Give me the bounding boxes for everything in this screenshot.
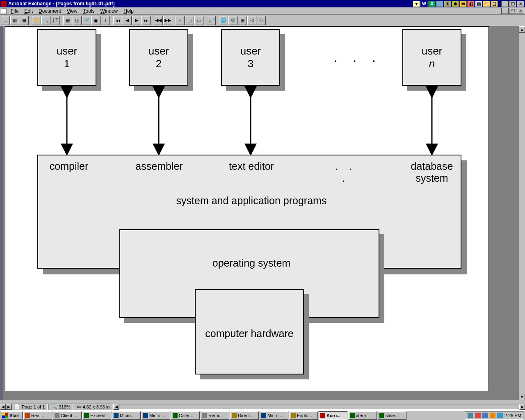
tray-word-icon[interactable]: W xyxy=(420,1,428,7)
status-page[interactable]: 📄 Page 1 of 1 xyxy=(11,404,48,410)
search-index-button[interactable]: ⚙ xyxy=(228,16,237,25)
hand-tool-button[interactable]: ✋ xyxy=(32,16,41,25)
tray-desktop-icon[interactable] xyxy=(436,1,443,7)
thumbnails-view-button[interactable]: ▦ xyxy=(20,16,29,25)
title-tray: ▾ W X ✳ ✱ ✉ ◧ ▤ 📂 ❏ _ ❐ ✕ xyxy=(413,1,525,7)
last-page-button[interactable]: ⏭ xyxy=(142,16,151,25)
taskbar-item[interactable]: Exceed xyxy=(82,411,111,420)
forward-button[interactable]: ▶▶ xyxy=(163,16,172,25)
tray-display-icon[interactable] xyxy=(482,413,488,418)
taskbar-item-icon xyxy=(261,413,266,418)
status-dims-text: 4.82 x 3.96 in xyxy=(82,404,110,409)
find-button[interactable]: 🔎 xyxy=(207,16,216,25)
tray-mail-icon[interactable]: ✉ xyxy=(459,1,467,7)
menu-window[interactable]: Window xyxy=(98,8,121,14)
toolbar: ▭ ▥ ▦ ✋ 🔍 ┇T ▤ ◫ 🔗 ▣ T ⏮ ◀ ▶ ⏭ ◀◀ ▶▶ ▫ ▢… xyxy=(0,15,525,26)
back-button[interactable]: ◀◀ xyxy=(154,16,163,25)
web-browser-button[interactable]: 🌐 xyxy=(219,16,228,25)
start-button[interactable]: Start xyxy=(1,411,23,420)
doc-icon xyxy=(1,8,7,14)
horizontal-scrollbar[interactable] xyxy=(119,404,519,410)
prev-page-button[interactable]: ◀ xyxy=(123,16,132,25)
tray-app2-icon[interactable]: ✱ xyxy=(452,1,459,7)
search-prev-button[interactable]: ◁ xyxy=(247,16,256,25)
taskbar-item[interactable]: Acro... xyxy=(319,411,347,420)
status-prev-split-button[interactable]: ◀ xyxy=(0,404,6,410)
status-zoom[interactable]: 🔍 316% xyxy=(48,404,73,410)
scroll-down-button[interactable]: ▼ xyxy=(519,394,525,400)
tray-app1-icon[interactable]: ✳ xyxy=(444,1,451,7)
zoom-tool-button[interactable]: 🔍 xyxy=(41,16,50,25)
menu-file[interactable]: File xyxy=(8,8,21,14)
status-bar: ◀ ▶ 📄 Page 1 of 1 🔍 316% ▭ 4.82 x 3.96 i… xyxy=(0,403,525,410)
fit-page-button[interactable]: ▢ xyxy=(185,16,194,25)
taskbar-item-icon xyxy=(114,413,119,418)
taskbar-item-icon xyxy=(173,413,178,418)
menu-tools[interactable]: Tools xyxy=(80,8,98,14)
taskbar-item-label: Micro... xyxy=(267,413,282,418)
first-page-button[interactable]: ⏮ xyxy=(113,16,122,25)
status-dimensions[interactable]: ▭ 4.82 x 3.96 in xyxy=(74,404,112,410)
taskbar-item[interactable]: Real... xyxy=(23,411,52,420)
hscroll-left-button[interactable]: ◀ xyxy=(113,404,119,410)
program-label-compiler: compiler xyxy=(46,160,91,172)
menu-view[interactable]: View xyxy=(64,8,80,14)
tray-app3-icon[interactable]: ◧ xyxy=(467,1,475,7)
form-tool-button[interactable]: ▣ xyxy=(91,16,100,25)
taskbar: Start Real...Client ...ExceedMicro...Mic… xyxy=(0,410,525,420)
taskbar-item[interactable]: slide.... xyxy=(378,411,406,420)
taskbar-item-icon xyxy=(143,413,148,418)
tray-folder-icon[interactable]: 📂 xyxy=(483,1,490,7)
page-only-view-button[interactable]: ▭ xyxy=(1,16,10,25)
tray-volume-icon[interactable] xyxy=(490,413,495,418)
next-page-button[interactable]: ▶ xyxy=(132,16,141,25)
taskbar-item-label: Micro... xyxy=(120,413,135,418)
doc-restore-button[interactable]: ❐ xyxy=(509,1,516,7)
window-restore-button[interactable]: ❐ xyxy=(509,8,516,14)
taskbar-item[interactable]: Direct... xyxy=(230,411,259,420)
taskbar-item-icon xyxy=(84,413,89,418)
taskbar-item[interactable]: xterm xyxy=(348,411,377,420)
search-results-button[interactable]: ▤ xyxy=(238,16,247,25)
window-close-button[interactable]: ✕ xyxy=(517,8,524,14)
tray-antivirus-icon[interactable] xyxy=(475,413,481,418)
page-icon: 📄 xyxy=(14,404,20,409)
taskbar-item[interactable]: Micro... xyxy=(142,411,170,420)
taskbar-item-label: Acro... xyxy=(326,413,340,418)
window-minimize-button[interactable]: _ xyxy=(501,8,509,14)
taskbar-item[interactable]: Micro... xyxy=(112,411,141,420)
hscroll-right-button[interactable]: ▶ xyxy=(519,404,525,410)
taskbar-item[interactable]: Remi... xyxy=(201,411,229,420)
doc-close-button[interactable]: ✕ xyxy=(517,1,524,7)
tray-app4-icon[interactable]: ▤ xyxy=(475,1,482,7)
article-tool-button[interactable]: ▤ xyxy=(63,16,72,25)
menu-document[interactable]: Document xyxy=(36,8,64,14)
menu-help[interactable]: Help xyxy=(121,8,137,14)
search-next-button[interactable]: ▷ xyxy=(257,16,266,25)
doc-minimize-button[interactable]: _ xyxy=(501,1,509,7)
page-viewport[interactable]: user 1 user 2 user 3 . . . user n xyxy=(3,26,518,400)
status-next-split-button[interactable]: ▶ xyxy=(6,404,11,410)
link-tool-button[interactable]: 🔗 xyxy=(82,16,91,25)
tray-network-icon[interactable] xyxy=(468,413,473,418)
vertical-scrollbar[interactable]: ▲ ▼ xyxy=(518,26,525,400)
taskbar-item[interactable]: Explo... xyxy=(289,411,318,420)
taskbar-item[interactable]: Micro... xyxy=(260,411,288,420)
status-page-text: Page 1 of 1 xyxy=(22,404,45,409)
system-tray: 2:26 PM xyxy=(465,411,524,420)
clock[interactable]: 2:26 PM xyxy=(504,413,521,418)
tray-app5-icon[interactable]: ❏ xyxy=(491,1,498,7)
taskbar-item[interactable]: Calen... xyxy=(171,411,200,420)
actual-size-button[interactable]: ▫ xyxy=(176,16,185,25)
taskbar-item[interactable]: Client ... xyxy=(53,411,82,420)
select-text-tool-button[interactable]: ┇T xyxy=(51,16,60,25)
fit-width-button[interactable]: ▭ xyxy=(194,16,203,25)
scroll-up-button[interactable]: ▲ xyxy=(519,26,525,33)
crop-tool-button[interactable]: ◫ xyxy=(73,16,82,25)
menu-edit[interactable]: Edit xyxy=(21,8,36,14)
tray-exceed-icon[interactable]: X xyxy=(428,1,436,7)
tray-app-icon[interactable] xyxy=(497,413,503,418)
bookmarks-view-button[interactable]: ▥ xyxy=(10,16,19,25)
text-tool-button[interactable]: T xyxy=(101,16,110,25)
tray-minimize-all-icon[interactable]: ▾ xyxy=(413,1,420,7)
